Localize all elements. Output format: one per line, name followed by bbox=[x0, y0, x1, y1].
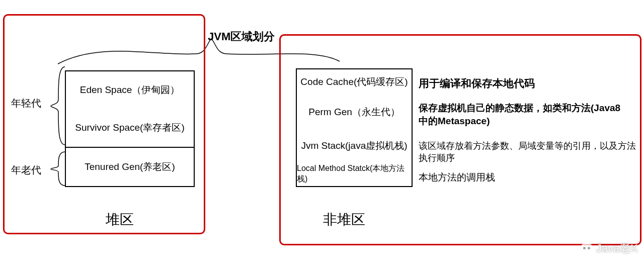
young-gen-label: 年轻代 bbox=[11, 97, 41, 110]
tenured-gen-cell: Tenured Gen(养老区) bbox=[65, 148, 195, 187]
nonheap-caption: 非堆区 bbox=[323, 210, 365, 229]
local-stack-desc: 本地方法的调用栈 bbox=[419, 171, 495, 184]
local-method-stack-cell: Local Method Statck(本地方法栈) bbox=[296, 162, 413, 187]
eden-space-cell: Eden Space（伊甸园） bbox=[65, 70, 195, 110]
code-cache-cell: Code Cache(代码缓存区) bbox=[296, 68, 413, 96]
heap-caption: 堆区 bbox=[106, 210, 134, 229]
jvm-stack-desc: 该区域存放着方法参数、局域变量等的引用，以及方法执行顺序 bbox=[419, 140, 640, 164]
watermark-text: Java老K bbox=[596, 241, 638, 256]
perm-gen-desc: 保存虚拟机自己的静态数据，如类和方法(Java8中的Metaspace) bbox=[419, 102, 630, 127]
code-cache-desc: 用于编译和保存本地代码 bbox=[419, 76, 535, 91]
jvm-stack-cell: Jvm Stack(java虚拟机栈) bbox=[296, 130, 413, 163]
old-gen-label: 年老代 bbox=[11, 163, 41, 177]
wechat-icon bbox=[580, 243, 593, 254]
perm-gen-cell: Perm Gen（永生代） bbox=[296, 95, 413, 131]
survivor-space-cell: Survivor Space(幸存者区) bbox=[65, 109, 195, 148]
watermark: Java老K bbox=[580, 241, 638, 256]
